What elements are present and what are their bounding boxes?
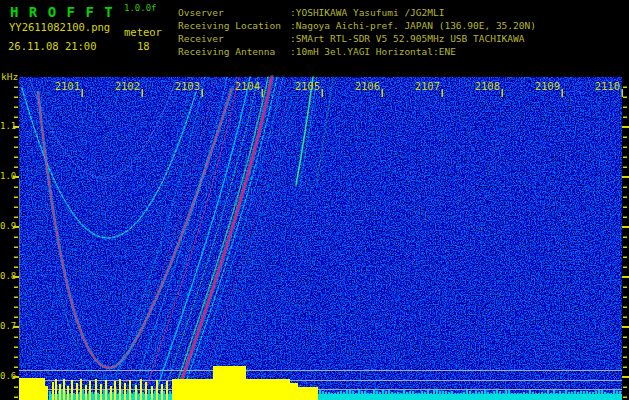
freq-label: 1.0 [0, 171, 14, 181]
time-label: 2104 [230, 80, 260, 92]
mode-label: meteor [124, 26, 162, 38]
time-label: 2103 [170, 80, 200, 92]
time-label: 2107 [410, 80, 440, 92]
app-version: 1.0.0f [124, 3, 157, 13]
time-label: 2108 [470, 80, 500, 92]
station-info-line: Receiving Antenna:10mH 3el.YAGI Horizont… [178, 45, 536, 58]
station-info-line: Ovserver:YOSHIKAWA Yasufumi /JG2MLI [178, 6, 536, 19]
freq-label: 0.8 [0, 271, 14, 281]
station-info-line: Receiving Location:Nagoya Aichi-pref. JA… [178, 19, 536, 32]
freq-label: 0.9 [0, 221, 14, 231]
freq-label: 0.7 [0, 321, 14, 331]
time-label: 2101 [50, 80, 80, 92]
freq-label: 1.1 [0, 121, 14, 131]
station-info-line: Receiver:SMArt RTL-SDR V5 52.905MHz USB … [178, 32, 536, 45]
station-info: Ovserver:YOSHIKAWA Yasufumi /JG2MLIRecei… [178, 6, 536, 58]
hrofft-window: H R O F F T 1.0.0f YY2611082100.png mete… [0, 0, 629, 400]
time-label: 2102 [110, 80, 140, 92]
time-label: 2109 [530, 80, 560, 92]
time-label: 2110 [590, 80, 620, 92]
output-filename: YY2611082100.png [9, 21, 110, 33]
app-title: H R O F F T [10, 4, 114, 20]
spectrogram-plot [0, 0, 629, 400]
time-label: 2106 [350, 80, 380, 92]
freq-label: 0.6 [0, 371, 14, 381]
freq-unit-label: kHz [1, 71, 18, 82]
meteor-count: 18 [137, 40, 150, 52]
time-label: 2105 [290, 80, 320, 92]
observation-datetime: 26.11.08 21:00 [8, 40, 97, 52]
